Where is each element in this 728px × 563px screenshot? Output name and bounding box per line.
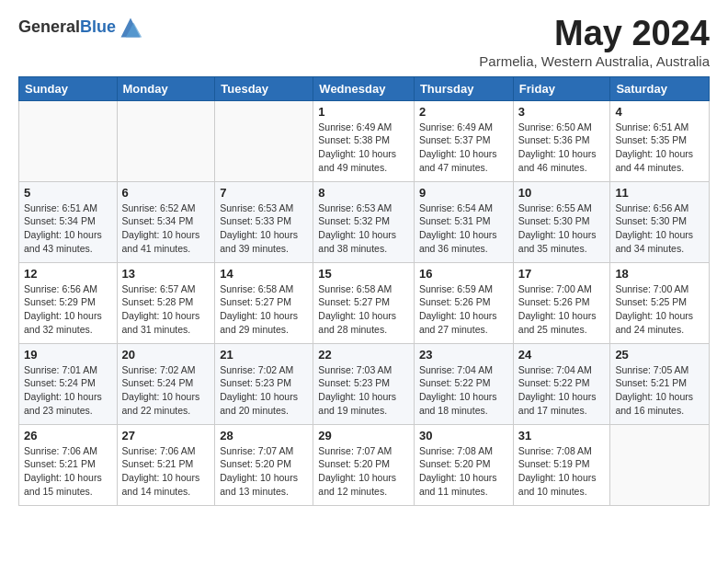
calendar-cell: 23Sunrise: 7:04 AMSunset: 5:22 PMDayligh… (414, 343, 513, 424)
day-info: Sunrise: 6:58 AMSunset: 5:27 PMDaylight:… (220, 282, 308, 337)
day-number: 30 (419, 429, 508, 442)
calendar-cell: 30Sunrise: 7:08 AMSunset: 5:20 PMDayligh… (414, 424, 513, 505)
day-number: 27 (122, 429, 210, 442)
day-number: 14 (220, 267, 308, 281)
day-info: Sunrise: 7:02 AMSunset: 5:23 PMDaylight:… (220, 363, 308, 418)
day-info: Sunrise: 6:58 AMSunset: 5:27 PMDaylight:… (318, 282, 409, 337)
day-number: 15 (318, 267, 409, 281)
day-info: Sunrise: 6:49 AMSunset: 5:37 PMDaylight:… (419, 121, 508, 175)
calendar-table: SundayMondayTuesdayWednesdayThursdayFrid… (18, 76, 710, 506)
day-info: Sunrise: 7:05 AMSunset: 5:21 PMDaylight:… (615, 363, 704, 418)
day-info: Sunrise: 7:00 AMSunset: 5:26 PMDaylight:… (518, 282, 606, 337)
calendar-cell: 25Sunrise: 7:05 AMSunset: 5:21 PMDayligh… (610, 343, 710, 424)
weekday-header: Tuesday (215, 76, 313, 100)
calendar-cell (215, 100, 313, 181)
day-info: Sunrise: 6:55 AMSunset: 5:30 PMDaylight:… (518, 201, 606, 256)
calendar-cell: 11Sunrise: 6:56 AMSunset: 5:30 PMDayligh… (610, 181, 710, 262)
day-info: Sunrise: 6:52 AMSunset: 5:34 PMDaylight:… (122, 201, 210, 256)
day-info: Sunrise: 6:53 AMSunset: 5:32 PMDaylight:… (318, 201, 409, 256)
calendar-cell: 9Sunrise: 6:54 AMSunset: 5:31 PMDaylight… (414, 181, 513, 262)
day-number: 17 (518, 267, 606, 281)
day-info: Sunrise: 7:04 AMSunset: 5:22 PMDaylight:… (419, 363, 508, 418)
logo: GeneralBlue (18, 15, 143, 40)
calendar-cell: 10Sunrise: 6:55 AMSunset: 5:30 PMDayligh… (513, 181, 610, 262)
day-info: Sunrise: 7:06 AMSunset: 5:21 PMDaylight:… (24, 444, 112, 499)
day-number: 11 (615, 186, 704, 200)
day-info: Sunrise: 7:03 AMSunset: 5:23 PMDaylight:… (318, 363, 409, 418)
day-number: 19 (24, 348, 112, 362)
calendar-cell: 13Sunrise: 6:57 AMSunset: 5:28 PMDayligh… (117, 262, 215, 343)
weekday-header: Wednesday (313, 76, 415, 100)
calendar-cell: 29Sunrise: 7:07 AMSunset: 5:20 PMDayligh… (313, 424, 415, 505)
weekday-header: Monday (117, 76, 215, 100)
calendar-cell: 22Sunrise: 7:03 AMSunset: 5:23 PMDayligh… (313, 343, 415, 424)
calendar-week-row: 19Sunrise: 7:01 AMSunset: 5:24 PMDayligh… (19, 343, 710, 424)
day-number: 26 (24, 429, 112, 442)
day-info: Sunrise: 7:08 AMSunset: 5:20 PMDaylight:… (419, 444, 508, 499)
day-number: 18 (615, 267, 704, 281)
page-header: GeneralBlue May 2024 Parmelia, Western A… (18, 15, 710, 69)
day-number: 6 (122, 186, 210, 200)
month-title: May 2024 (479, 15, 710, 53)
day-info: Sunrise: 7:02 AMSunset: 5:24 PMDaylight:… (122, 363, 210, 418)
calendar-cell (19, 100, 118, 181)
calendar-cell: 20Sunrise: 7:02 AMSunset: 5:24 PMDayligh… (117, 343, 215, 424)
day-info: Sunrise: 6:59 AMSunset: 5:26 PMDaylight:… (419, 282, 508, 337)
calendar-cell: 2Sunrise: 6:49 AMSunset: 5:37 PMDaylight… (414, 100, 513, 181)
weekday-header: Friday (513, 76, 610, 100)
calendar-cell: 26Sunrise: 7:06 AMSunset: 5:21 PMDayligh… (19, 424, 118, 505)
calendar-cell: 21Sunrise: 7:02 AMSunset: 5:23 PMDayligh… (215, 343, 313, 424)
day-info: Sunrise: 6:54 AMSunset: 5:31 PMDaylight:… (419, 201, 508, 256)
day-number: 20 (122, 348, 210, 362)
day-number: 29 (318, 429, 409, 442)
day-info: Sunrise: 6:50 AMSunset: 5:36 PMDaylight:… (518, 121, 606, 175)
calendar-cell: 15Sunrise: 6:58 AMSunset: 5:27 PMDayligh… (313, 262, 415, 343)
calendar-cell: 1Sunrise: 6:49 AMSunset: 5:38 PMDaylight… (313, 100, 415, 181)
calendar-week-row: 12Sunrise: 6:56 AMSunset: 5:29 PMDayligh… (19, 262, 710, 343)
day-info: Sunrise: 6:51 AMSunset: 5:35 PMDaylight:… (615, 121, 704, 175)
day-info: Sunrise: 6:57 AMSunset: 5:28 PMDaylight:… (122, 282, 210, 337)
day-info: Sunrise: 7:01 AMSunset: 5:24 PMDaylight:… (24, 363, 112, 418)
day-info: Sunrise: 6:49 AMSunset: 5:38 PMDaylight:… (318, 121, 409, 175)
location-subtitle: Parmelia, Western Australia, Australia (479, 53, 710, 69)
day-info: Sunrise: 7:08 AMSunset: 5:19 PMDaylight:… (518, 444, 606, 499)
day-number: 2 (419, 105, 508, 119)
calendar-cell: 12Sunrise: 6:56 AMSunset: 5:29 PMDayligh… (19, 262, 118, 343)
calendar-cell: 14Sunrise: 6:58 AMSunset: 5:27 PMDayligh… (215, 262, 313, 343)
day-info: Sunrise: 7:06 AMSunset: 5:21 PMDaylight:… (122, 444, 210, 499)
logo-icon (118, 15, 143, 40)
day-info: Sunrise: 7:07 AMSunset: 5:20 PMDaylight:… (220, 444, 308, 499)
calendar-cell: 7Sunrise: 6:53 AMSunset: 5:33 PMDaylight… (215, 181, 313, 262)
day-info: Sunrise: 7:00 AMSunset: 5:25 PMDaylight:… (615, 282, 704, 337)
weekday-header: Thursday (414, 76, 513, 100)
title-area: May 2024 Parmelia, Western Australia, Au… (479, 15, 710, 69)
day-number: 9 (419, 186, 508, 200)
calendar-week-row: 1Sunrise: 6:49 AMSunset: 5:38 PMDaylight… (19, 100, 710, 181)
calendar-cell: 8Sunrise: 6:53 AMSunset: 5:32 PMDaylight… (313, 181, 415, 262)
day-info: Sunrise: 6:56 AMSunset: 5:30 PMDaylight:… (615, 201, 704, 256)
day-info: Sunrise: 6:53 AMSunset: 5:33 PMDaylight:… (220, 201, 308, 256)
day-number: 22 (318, 348, 409, 362)
day-info: Sunrise: 7:04 AMSunset: 5:22 PMDaylight:… (518, 363, 606, 418)
day-number: 10 (518, 186, 606, 200)
calendar-week-row: 26Sunrise: 7:06 AMSunset: 5:21 PMDayligh… (19, 424, 710, 505)
calendar-cell: 16Sunrise: 6:59 AMSunset: 5:26 PMDayligh… (414, 262, 513, 343)
calendar-cell: 18Sunrise: 7:00 AMSunset: 5:25 PMDayligh… (610, 262, 710, 343)
calendar-cell: 24Sunrise: 7:04 AMSunset: 5:22 PMDayligh… (513, 343, 610, 424)
calendar-cell: 27Sunrise: 7:06 AMSunset: 5:21 PMDayligh… (117, 424, 215, 505)
day-number: 28 (220, 429, 308, 442)
day-number: 16 (419, 267, 508, 281)
calendar-cell: 5Sunrise: 6:51 AMSunset: 5:34 PMDaylight… (19, 181, 118, 262)
calendar-cell: 6Sunrise: 6:52 AMSunset: 5:34 PMDaylight… (117, 181, 215, 262)
day-number: 31 (518, 429, 606, 442)
calendar-cell (610, 424, 710, 505)
calendar-cell: 31Sunrise: 7:08 AMSunset: 5:19 PMDayligh… (513, 424, 610, 505)
day-info: Sunrise: 6:56 AMSunset: 5:29 PMDaylight:… (24, 282, 112, 337)
day-number: 3 (518, 105, 606, 119)
weekday-header: Saturday (610, 76, 710, 100)
day-number: 8 (318, 186, 409, 200)
calendar-cell: 4Sunrise: 6:51 AMSunset: 5:35 PMDaylight… (610, 100, 710, 181)
day-number: 7 (220, 186, 308, 200)
day-number: 25 (615, 348, 704, 362)
day-number: 1 (318, 105, 409, 119)
